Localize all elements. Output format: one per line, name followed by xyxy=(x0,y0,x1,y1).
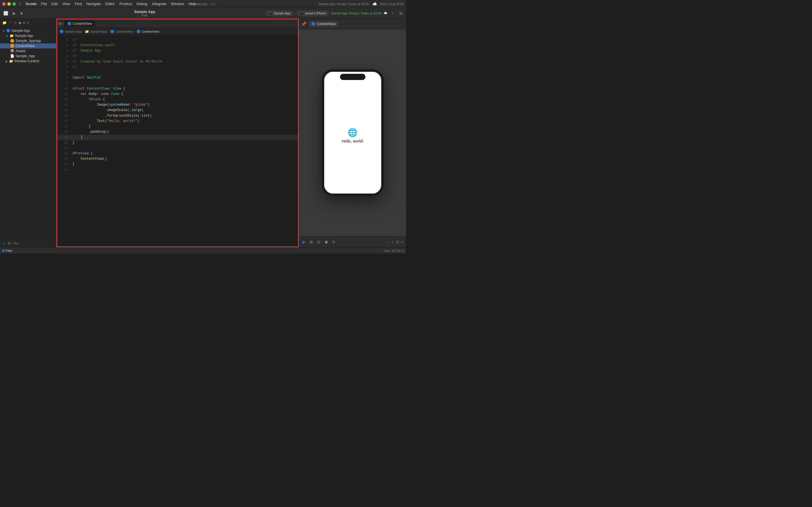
sidebar-label-sampleapp-group: Sample App xyxy=(15,34,33,38)
code-line-20: 20 } xyxy=(57,140,298,146)
sidebar-item-sampleapp-root[interactable]: ▼ 🔵 Sample App xyxy=(0,28,56,33)
code-line-13: 13 Image(systemName: "globe") xyxy=(57,102,298,108)
stop-button[interactable]: ■ xyxy=(19,10,24,16)
filter-toggle-button[interactable]: ⊟ xyxy=(8,241,11,245)
menu-file[interactable]: File xyxy=(41,2,47,6)
code-content: Text("Hello, world!") xyxy=(72,119,140,124)
menu-window[interactable]: Window xyxy=(171,2,184,6)
sidebar-item-sampleapp-file[interactable]: 📄 Sample_App xyxy=(0,54,56,59)
breadcrumb-symbol[interactable]: ContentView xyxy=(142,30,159,33)
code-line-23: 23 ContentView() xyxy=(57,156,298,162)
preview-panel: 📌 🔵 ContentView 🌐 Hello, world! ▶ ⊞ ⊟ ⏺ xyxy=(299,18,406,247)
preview-record-button[interactable]: ⏺ xyxy=(323,239,329,245)
breadcrumb-project[interactable]: Sample App xyxy=(65,30,82,33)
add-file-button[interactable]: ＋ xyxy=(2,241,6,246)
menu-edit[interactable]: Edit xyxy=(52,2,58,6)
window-subtitle: main xyxy=(210,3,215,5)
line-number: 10 xyxy=(59,87,68,92)
menu-product[interactable]: Product xyxy=(119,2,132,6)
breadcrumb-file[interactable]: ContentView xyxy=(116,30,133,33)
editor-tabs: ⊞ ‹ › 🔵 ContentView xyxy=(57,19,298,28)
title-bar:  Xcode File Edit View Find Navigate Edi… xyxy=(0,0,406,8)
pin-button[interactable]: 📌 xyxy=(301,22,306,26)
group-icon: 🔵 xyxy=(6,29,10,33)
minimize-button[interactable] xyxy=(7,2,11,6)
sidebar-file-tree: ▼ 🔵 Sample App ▼ 📁 Sample App 🟠 Sample_A… xyxy=(0,27,56,239)
device-icon: 📱 xyxy=(299,11,304,15)
preview-rotate-button[interactable]: ↻ xyxy=(331,239,337,245)
line-number: 9 xyxy=(59,81,68,86)
add-button[interactable]: ＋ xyxy=(390,10,396,16)
tab-separator: › xyxy=(294,11,296,15)
sidebar-breakpoint-btn[interactable]: ◆ xyxy=(18,20,21,25)
zoom-out-button[interactable]: － xyxy=(386,239,390,244)
line-number: 8 xyxy=(59,75,68,80)
menu-debug[interactable]: Debug xyxy=(137,2,147,6)
line-number: 5 xyxy=(59,59,68,64)
sidebar-folder-icon-btn[interactable]: 📁 xyxy=(2,20,7,25)
editor-tab-contentview[interactable]: 🔵 ContentView xyxy=(64,20,95,27)
sidebar-toggle-button[interactable]: ⬜ xyxy=(2,10,9,16)
group-nav-icon: 📁 xyxy=(85,30,89,34)
code-line-9: 9 xyxy=(57,81,298,86)
title-bar-right: Sample App: Ready | Today at 20:50 ☁️ Mo… xyxy=(319,2,404,6)
zoom-fit-button[interactable]: ⊡ xyxy=(396,240,399,244)
toolbar-cloud-icon: ☁️ xyxy=(384,11,388,15)
menu-apple[interactable]:  xyxy=(20,2,21,6)
iphone-frame: 🌐 Hello, world! xyxy=(322,69,384,196)
menu-editor[interactable]: Editor xyxy=(105,2,115,6)
sidebar-label-contentview: ContentView xyxy=(15,44,35,48)
zoom-in-button[interactable]: ＋ xyxy=(391,239,395,244)
breadcrumb-group[interactable]: Sample App xyxy=(90,30,107,33)
breadcrumb-sep-2: › xyxy=(108,30,109,33)
fullscreen-button[interactable] xyxy=(12,2,16,6)
line-number: 20 xyxy=(59,140,68,146)
code-content: .foregroundStyle(.tint) xyxy=(72,113,152,119)
code-content: } xyxy=(72,124,91,129)
sidebar-item-contentview[interactable]: 🟠 ContentView xyxy=(0,43,56,48)
line-number: 7 xyxy=(59,70,68,75)
sidebar-label-sampleappapp: Sample_AppApp xyxy=(15,39,41,43)
menu-xcode[interactable]: Xcode xyxy=(26,2,37,6)
line-number: 25 xyxy=(59,168,68,173)
filter-input[interactable] xyxy=(12,242,54,245)
code-editor[interactable]: 1 // 2 // ContentView.swift 3 // Sample … xyxy=(57,35,298,246)
sidebar-report-btn[interactable]: ≡ xyxy=(27,20,29,25)
menu-navigate[interactable]: Navigate xyxy=(86,2,101,6)
preview-tab-icon: 🔵 xyxy=(311,22,315,26)
sidebar-test-btn[interactable]: ♦ xyxy=(23,20,25,25)
chevron-right-icon: ▶ xyxy=(6,60,8,63)
menu-integrate[interactable]: Integrate xyxy=(152,2,166,6)
menu-find[interactable]: Find xyxy=(75,2,82,6)
code-content: struct ContentView: View { xyxy=(72,86,125,92)
sidebar-toggle-editor-btn[interactable]: ⊞ xyxy=(58,21,61,25)
preview-tab[interactable]: 🔵 ContentView xyxy=(308,21,339,27)
zoom-actual-button[interactable]: ⤢ xyxy=(400,240,404,244)
preview-device-button[interactable]: ⊞ xyxy=(308,239,314,245)
menu-view[interactable]: View xyxy=(62,2,70,6)
split-button[interactable]: ⊞ xyxy=(398,10,404,16)
preview-grid-button[interactable]: ⊟ xyxy=(316,239,321,245)
code-line-10: 10 struct ContentView: View { xyxy=(57,86,298,92)
preview-play-button[interactable]: ▶ xyxy=(301,239,307,245)
sidebar-item-sampleappapp[interactable]: 🟠 Sample_AppApp xyxy=(0,38,56,43)
close-button[interactable] xyxy=(2,2,6,6)
code-line-19: 19 } xyxy=(57,135,298,140)
device-tab[interactable]: 📱 Junior's iPhone xyxy=(297,10,329,16)
traffic-lights xyxy=(2,2,16,6)
sidebar-search-btn[interactable]: ⚐ xyxy=(8,20,12,25)
sidebar: 📁 ⚐ ⚠ ◆ ♦ ≡ ▼ 🔵 Sample App ▼ 📁 Sample Ap… xyxy=(0,18,56,247)
editor-area: ⊞ ‹ › 🔵 ContentView 🔵 Sample App › 📁 Sam… xyxy=(56,18,299,247)
line-number: 13 xyxy=(59,103,68,108)
scheme-tab[interactable]: 📱 Sample App xyxy=(266,10,293,16)
sidebar-item-assets[interactable]: 📦 Assets xyxy=(0,48,56,54)
run-button[interactable]: ▶ xyxy=(11,10,17,16)
line-number: 11 xyxy=(59,92,68,97)
main-layout: 📁 ⚐ ⚠ ◆ ♦ ≡ ▼ 🔵 Sample App ▼ 📁 Sample Ap… xyxy=(0,18,406,247)
code-line-6: 6 // xyxy=(57,64,298,70)
sidebar-warning-btn[interactable]: ⚠ xyxy=(13,20,17,25)
sidebar-item-preview-content[interactable]: ▶ 📁 Preview Content xyxy=(0,59,56,64)
sidebar-item-sampleapp-group[interactable]: ▼ 📁 Sample App xyxy=(0,33,56,38)
iphone-notch xyxy=(340,74,365,80)
code-line-3: 3 // Sample App xyxy=(57,48,298,54)
